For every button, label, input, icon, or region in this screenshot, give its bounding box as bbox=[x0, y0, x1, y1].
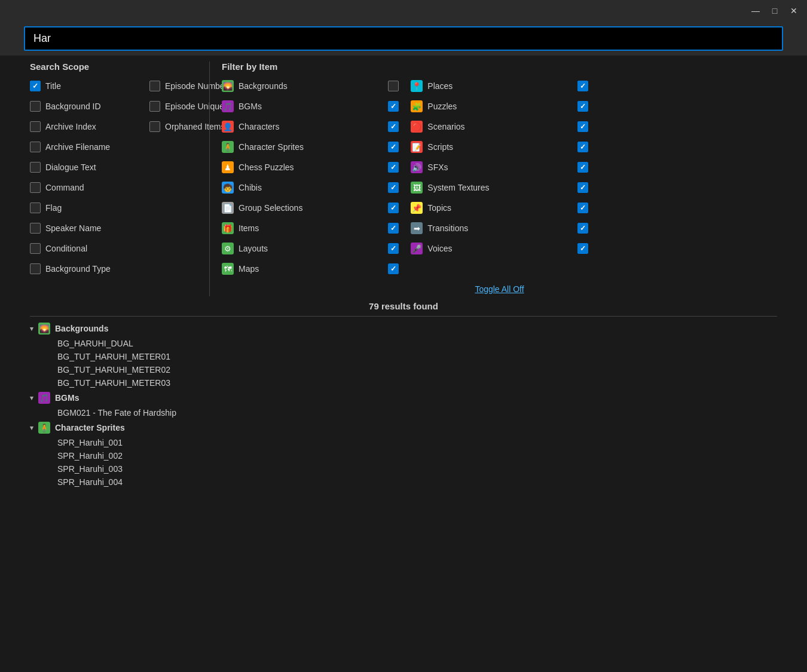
checkbox[interactable] bbox=[149, 81, 160, 91]
filter-item[interactable]: 🎵BGMs bbox=[222, 98, 399, 115]
checkbox[interactable] bbox=[30, 162, 41, 173]
item-icon: 📌 bbox=[411, 202, 423, 214]
search-input[interactable] bbox=[24, 26, 783, 51]
filter-item[interactable]: ➡Transitions bbox=[411, 220, 588, 237]
checkbox[interactable] bbox=[388, 243, 399, 254]
list-item[interactable]: SPR_Haruhi_001 bbox=[30, 436, 777, 449]
checkbox[interactable] bbox=[149, 101, 160, 112]
checkbox[interactable] bbox=[577, 182, 588, 193]
scope-item[interactable]: Speaker Name bbox=[30, 220, 149, 237]
checkbox[interactable] bbox=[30, 81, 41, 91]
filter-item[interactable]: 🖼System Textures bbox=[411, 179, 588, 196]
filter-item-label: Chess Puzzles bbox=[239, 162, 383, 172]
filter-item[interactable]: 📌Topics bbox=[411, 200, 588, 216]
checkbox[interactable] bbox=[388, 182, 399, 193]
group-header[interactable]: ▾🎵BGMs bbox=[30, 389, 777, 406]
checkbox[interactable] bbox=[388, 263, 399, 274]
filter-item-label: SFXs bbox=[427, 162, 572, 172]
checkbox[interactable] bbox=[577, 81, 588, 91]
filter-item[interactable]: 🧒Chibis bbox=[222, 179, 399, 196]
checkbox[interactable] bbox=[388, 81, 399, 91]
filter-item-label: Group Selections bbox=[239, 203, 383, 213]
checkbox[interactable] bbox=[30, 121, 41, 132]
filter-item-label: Items bbox=[239, 223, 383, 233]
group-icon: 🧍 bbox=[38, 422, 50, 434]
list-item[interactable]: BG_TUT_HARUHI_METER03 bbox=[30, 376, 777, 389]
checkbox[interactable] bbox=[577, 101, 588, 112]
filter-item[interactable]: 🧩Puzzles bbox=[411, 98, 588, 115]
filter-item[interactable]: 📍Places bbox=[411, 78, 588, 94]
filter-item[interactable]: 📝Scripts bbox=[411, 139, 588, 155]
filter-item-label: Places bbox=[427, 81, 572, 91]
checkbox-label: Background Type bbox=[45, 264, 111, 274]
scope-item[interactable]: Flag bbox=[30, 200, 149, 216]
checkbox[interactable] bbox=[30, 202, 41, 213]
list-item[interactable]: BG_TUT_HARUHI_METER02 bbox=[30, 363, 777, 376]
filter-item[interactable]: ♟Chess Puzzles bbox=[222, 159, 399, 176]
checkbox[interactable] bbox=[577, 223, 588, 234]
search-scope-title: Search Scope bbox=[30, 62, 197, 72]
scope-item[interactable]: Archive Filename bbox=[30, 139, 149, 155]
item-icon: 📄 bbox=[222, 202, 234, 214]
checkbox[interactable] bbox=[30, 223, 41, 234]
checkbox-label: Archive Index bbox=[45, 122, 96, 131]
checkbox[interactable] bbox=[30, 182, 41, 193]
checkbox[interactable] bbox=[577, 142, 588, 152]
filter-item[interactable]: 📄Group Selections bbox=[222, 200, 399, 216]
list-item[interactable]: SPR_Haruhi_003 bbox=[30, 462, 777, 475]
filter-item[interactable]: 🎁Items bbox=[222, 220, 399, 237]
checkbox[interactable] bbox=[388, 142, 399, 152]
checkbox-label: Speaker Name bbox=[45, 223, 101, 233]
checkbox[interactable] bbox=[30, 101, 41, 112]
group-header[interactable]: ▾🌄Backgrounds bbox=[30, 320, 777, 337]
filter-item-label: Maps bbox=[239, 264, 383, 274]
checkbox[interactable] bbox=[388, 162, 399, 173]
list-item[interactable]: BG_TUT_HARUHI_METER01 bbox=[30, 350, 777, 363]
scope-item[interactable]: Background ID bbox=[30, 98, 149, 115]
checkbox[interactable] bbox=[388, 101, 399, 112]
item-icon: 🔴 bbox=[411, 121, 423, 133]
filter-item[interactable]: 🎤Voices bbox=[411, 240, 588, 257]
list-item[interactable]: BGM021 - The Fate of Hardship bbox=[30, 406, 777, 419]
group-header[interactable]: ▾🧍Character Sprites bbox=[30, 419, 777, 436]
filter-item[interactable]: 🧍Character Sprites bbox=[222, 139, 399, 155]
checkbox[interactable] bbox=[577, 162, 588, 173]
scope-item[interactable]: Conditional bbox=[30, 240, 149, 257]
filter-item[interactable]: 👤Characters bbox=[222, 118, 399, 135]
checkbox[interactable] bbox=[30, 263, 41, 274]
main-content: Search Scope TitleBackground IDArchive I… bbox=[0, 56, 807, 672]
scope-item[interactable]: Archive Index bbox=[30, 118, 149, 135]
filter-item[interactable]: 🗺Maps bbox=[222, 260, 399, 277]
checkbox[interactable] bbox=[30, 243, 41, 254]
checkbox[interactable] bbox=[149, 121, 160, 132]
scope-item[interactable]: Dialogue Text bbox=[30, 159, 149, 176]
list-item[interactable]: SPR_Haruhi_004 bbox=[30, 475, 777, 489]
scope-item[interactable]: Title bbox=[30, 78, 149, 94]
list-item[interactable]: BG_HARUHI_DUAL bbox=[30, 337, 777, 350]
minimize-button[interactable]: — bbox=[747, 2, 764, 19]
filter-item[interactable]: 🌄Backgrounds bbox=[222, 78, 399, 94]
item-icon: 🌄 bbox=[222, 80, 234, 92]
checkbox[interactable] bbox=[577, 202, 588, 213]
toggle-all-button[interactable]: Toggle All Off bbox=[475, 284, 524, 294]
group-icon: 🌄 bbox=[38, 323, 50, 335]
checkbox-label: Title bbox=[45, 81, 61, 91]
filter-item[interactable]: ⚙Layouts bbox=[222, 240, 399, 257]
results-area[interactable]: ▾🌄BackgroundsBG_HARUHI_DUALBG_TUT_HARUHI… bbox=[30, 316, 777, 672]
close-button[interactable]: ✕ bbox=[785, 2, 802, 19]
checkbox[interactable] bbox=[30, 142, 41, 152]
checkbox-label: Orphaned Items bbox=[165, 122, 225, 131]
scope-item[interactable]: Command bbox=[30, 179, 149, 196]
list-item[interactable]: SPR_Haruhi_002 bbox=[30, 449, 777, 462]
checkbox[interactable] bbox=[388, 121, 399, 132]
checkbox[interactable] bbox=[577, 243, 588, 254]
checkbox[interactable] bbox=[388, 223, 399, 234]
filter-item[interactable]: 🔴Scenarios bbox=[411, 118, 588, 135]
checkbox[interactable] bbox=[388, 202, 399, 213]
checkbox[interactable] bbox=[577, 121, 588, 132]
scope-item[interactable]: Background Type bbox=[30, 260, 149, 277]
filter-item[interactable]: 🔊SFXs bbox=[411, 159, 588, 176]
maximize-button[interactable]: □ bbox=[766, 2, 783, 19]
item-icon: 👤 bbox=[222, 121, 234, 133]
item-icon: 🎤 bbox=[411, 243, 423, 254]
